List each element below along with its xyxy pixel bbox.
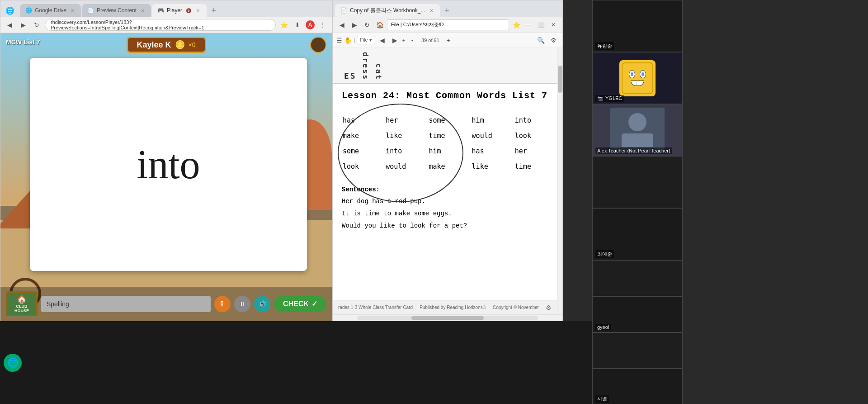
toolbar-settings[interactable]: ⚙	[548, 35, 559, 46]
word-grid-container: has her some him into make like time	[342, 110, 548, 177]
tab-player[interactable]: 🎮 Player 🔇 ✕	[152, 4, 207, 17]
word-make-2[interactable]: make	[428, 161, 462, 172]
close-tab-google-drive[interactable]: ✕	[69, 7, 75, 14]
wb-bookmark[interactable]: ⭐	[511, 19, 522, 30]
wb-forward-button[interactable]: ▶	[349, 19, 360, 30]
word-make-1[interactable]: make	[342, 130, 376, 142]
word-would-1[interactable]: would	[471, 130, 505, 142]
menu-button[interactable]: ⋮	[317, 19, 328, 30]
word-into-1[interactable]: into	[514, 114, 548, 126]
toolbar-prev-page[interactable]: ◀	[377, 35, 388, 46]
word-some-1[interactable]: some	[428, 114, 462, 126]
header-es-text: ES	[344, 71, 357, 81]
close-tab-workbook[interactable]: ✕	[428, 7, 434, 14]
browser1-tabs: 🌐 🌐 Google Drive ✕ 📄 Preview Content ✕ 🎮	[0, 0, 332, 17]
tab-preview-content-label: Preview Content	[97, 7, 137, 14]
address-input[interactable]: rhdiscovery.com/Lesson/Player/183?Previe…	[45, 19, 276, 31]
tab-google-drive[interactable]: 🌐 Google Drive ✕	[20, 4, 81, 17]
pause-button[interactable]: ⏸	[234, 296, 250, 312]
word-has[interactable]: has	[342, 114, 376, 126]
word-has-2[interactable]: has	[471, 145, 505, 157]
refresh-button[interactable]: ↻	[31, 19, 42, 30]
taskbar-logo: 🌐	[4, 354, 22, 372]
participant-name-yurinJun: 유린준	[595, 42, 614, 50]
participant-gyeol: gyeol	[592, 296, 683, 333]
workbook-hscrollbar[interactable]	[333, 314, 562, 321]
new-tab-button[interactable]: +	[208, 4, 220, 17]
wb-maximize[interactable]: ⬜	[536, 19, 547, 30]
spongebob-avatar	[619, 60, 656, 96]
word-into-2[interactable]: into	[385, 145, 419, 157]
volume-button[interactable]: 🔊	[254, 296, 270, 312]
word-like-2[interactable]: like	[471, 161, 505, 172]
workbook-toolbar: ☰ ✋ | File ▾ ◀ ▶ + - 39 of 91 + 🔍 ⚙	[333, 33, 562, 48]
page-info: 39 of 91	[420, 38, 441, 43]
toolbar-zoom-in[interactable]: +	[443, 35, 454, 46]
footer-right: Copyright © November	[493, 305, 539, 310]
settings-icon[interactable]: ⚙	[546, 304, 552, 311]
wb-back-button[interactable]: ◀	[336, 19, 347, 30]
profile-icon[interactable]: A	[306, 20, 315, 29]
close-tab-preview[interactable]: ✕	[139, 7, 146, 14]
scrollbar-thumb[interactable]	[558, 66, 562, 93]
tab-workbook-label: Copy of 플클라스 Workbook_...	[350, 7, 425, 14]
word-would-2[interactable]: would	[385, 161, 419, 172]
sentence-1: Her dog has a red pup.	[342, 197, 548, 206]
workbook-scrollbar[interactable]	[557, 48, 562, 314]
close-tab-player[interactable]: ✕	[195, 7, 201, 14]
mute-icon[interactable]: 🔇	[185, 8, 192, 13]
wb-address-input[interactable]: File | C:/Users/이재준/D...	[387, 19, 509, 30]
word-some-2[interactable]: some	[342, 145, 376, 157]
word-him-2[interactable]: him	[428, 145, 462, 157]
workbook-footer: rades 1-3 Whole Class Transfer Card Publ…	[333, 300, 557, 314]
hscrollbar-thumb[interactable]	[411, 316, 484, 320]
bookmark-button[interactable]: ⭐	[278, 19, 289, 30]
footer-center: Published by Reading Horizons®	[420, 305, 486, 310]
wb-home-button[interactable]: 🏠	[374, 19, 385, 30]
workbook-scroll-area: ES dress cat Lesson 24: Most Common Word…	[333, 48, 562, 314]
toolbar-search[interactable]: 🔍	[535, 35, 546, 46]
house-icon: 🏠	[17, 295, 27, 304]
toolbar-icon-hand: ✋	[344, 37, 352, 44]
record-button[interactable]: 🎙	[214, 296, 231, 312]
word-time-1[interactable]: time	[428, 130, 462, 142]
check-button[interactable]: CHECK ✓	[274, 296, 326, 312]
back-button[interactable]: ◀	[4, 19, 15, 30]
word-him-1[interactable]: him	[471, 114, 505, 126]
sentence-2: It is time to make some eggs.	[342, 209, 548, 219]
word-grid: has her some him into make like time	[342, 110, 548, 177]
participants-panel: 유린준	[592, 0, 683, 404]
toolbar-icon-menu: ☰	[336, 37, 342, 44]
participant-choeyejun: 최예준	[592, 208, 683, 260]
new-tab-workbook[interactable]: +	[441, 4, 453, 17]
tab-workbook[interactable]: 📄 Copy of 플클라스 Workbook_... ✕	[335, 4, 440, 17]
toolbar-zoom-out[interactable]: -	[407, 35, 418, 46]
browser-player: 🌐 🌐 Google Drive ✕ 📄 Preview Content ✕ 🎮	[0, 0, 332, 321]
word-look-1[interactable]: look	[514, 130, 548, 142]
participant-name-alex: Alex Teacher (Not Pearl Teacher)	[595, 147, 672, 154]
participant-name-choeyejun: 최예준	[595, 250, 614, 258]
toolbar-next-page[interactable]: ▶	[390, 35, 401, 46]
toolbar-separator: |	[354, 38, 355, 43]
club-house-button[interactable]: 🏠 CLUB HOUSE	[6, 291, 38, 316]
participant-name-gyeol: gyeol	[595, 324, 611, 330]
word-time-2[interactable]: time	[514, 161, 548, 172]
toolbar-file-btn[interactable]: File ▾	[357, 36, 375, 44]
wb-minimize[interactable]: —	[524, 19, 534, 30]
word-her[interactable]: her	[385, 114, 419, 126]
check-label: CHECK	[283, 300, 309, 308]
download-button[interactable]: ⬇	[292, 19, 303, 30]
wb-address-text: File | C:/Users/이재준/D...	[391, 21, 448, 28]
word-her-2[interactable]: her	[514, 145, 548, 157]
participant-empty-1	[592, 156, 683, 208]
word-look-2[interactable]: look	[342, 161, 376, 172]
tab-preview-content[interactable]: 📄 Preview Content ✕	[82, 4, 151, 17]
wb-refresh-button[interactable]: ↻	[362, 19, 373, 30]
club-house-label-2: HOUSE	[14, 309, 29, 314]
alex-video-feed	[610, 108, 665, 153]
sentence-3: Would you like to look for a pet?	[342, 221, 548, 231]
current-word: into	[137, 141, 200, 188]
word-like-1[interactable]: like	[385, 130, 419, 142]
wb-close[interactable]: ✕	[548, 19, 559, 30]
forward-button[interactable]: ▶	[18, 19, 28, 30]
